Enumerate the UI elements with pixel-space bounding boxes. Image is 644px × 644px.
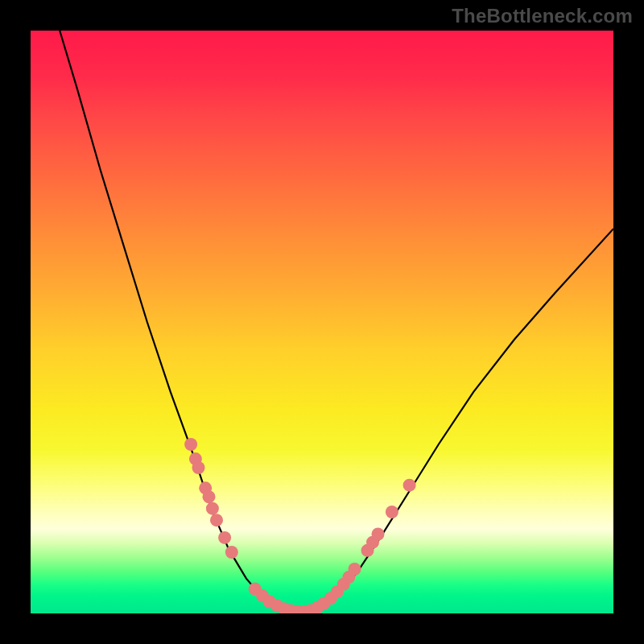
data-markers	[184, 438, 415, 613]
data-marker	[225, 546, 238, 559]
bottleneck-curve-layer	[31, 31, 613, 613]
data-marker	[203, 490, 216, 503]
data-marker	[210, 514, 223, 526]
data-marker	[192, 461, 205, 474]
data-marker	[349, 563, 361, 576]
data-marker	[372, 528, 385, 541]
data-marker	[206, 502, 219, 515]
data-marker	[386, 506, 398, 518]
plot-area	[31, 31, 613, 613]
watermark-text: TheBottleneck.com	[452, 5, 633, 27]
data-marker	[403, 479, 416, 492]
chart-frame: TheBottleneck.com	[0, 0, 644, 644]
curve-path	[60, 31, 613, 613]
data-marker	[218, 531, 231, 544]
data-marker	[184, 438, 197, 451]
